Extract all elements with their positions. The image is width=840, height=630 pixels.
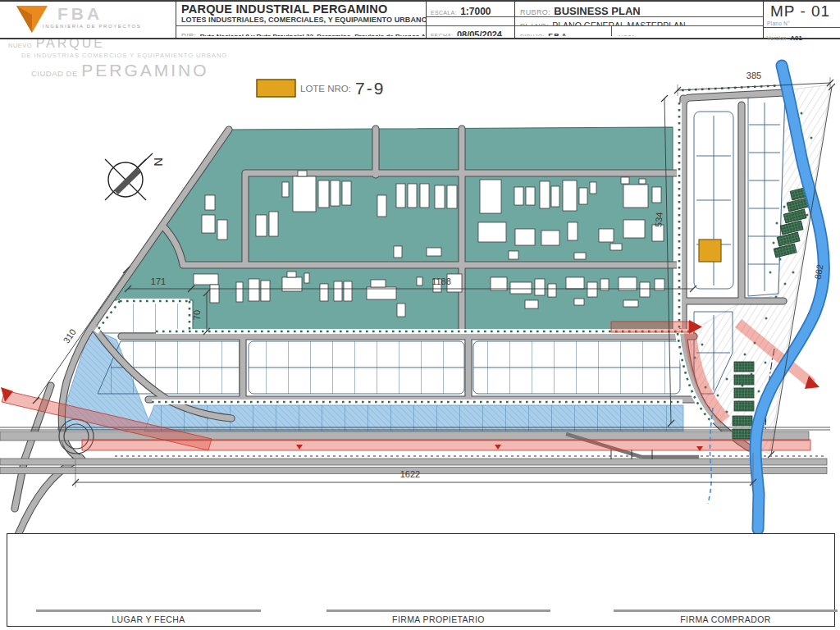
watermark-nuevo: NUEVO bbox=[8, 42, 32, 49]
dir-value: Ruta Nacional 8 y Ruta Provincial 32, Pe… bbox=[200, 33, 426, 36]
north-arrow-icon: N bbox=[105, 153, 166, 200]
industrial-area bbox=[109, 127, 673, 331]
signature-label: FIRMA PROPIETARIO bbox=[326, 614, 550, 624]
fecha-label: FECHA: bbox=[431, 33, 453, 36]
signature-place-date: LUGAR Y FECHA bbox=[36, 609, 261, 624]
project-cell: PARQUE INDUSTRIAL PERGAMINO LOTES INDUST… bbox=[176, 2, 427, 38]
dim-70: 70 bbox=[192, 310, 202, 320]
version-value: A01 bbox=[790, 34, 802, 42]
escala-value: 1:7000 bbox=[460, 6, 491, 17]
legend-swatch bbox=[256, 79, 297, 98]
drawing-sheet: { "sheet": { "logo_text": "FBA", "logo_t… bbox=[0, 0, 840, 630]
logo-text: FBA bbox=[57, 4, 103, 24]
sheet-no-label: Plano N° bbox=[764, 21, 840, 28]
dibujo-value: F.B.A. bbox=[548, 32, 568, 36]
logo-tagline: INGENIERIA DE PROYECTOS bbox=[43, 24, 141, 29]
signature-line bbox=[326, 609, 550, 612]
dibujo-label: DIBUJO: bbox=[520, 34, 545, 36]
signature-line bbox=[614, 609, 838, 612]
version-label: Version bbox=[767, 35, 787, 41]
signature-owner: FIRMA PROPIETARIO bbox=[326, 609, 550, 624]
watermark-ciudad: CIUDAD DE bbox=[31, 69, 78, 78]
rubro-value: BUSINESS PLAN bbox=[554, 5, 640, 17]
dim-385: 385 bbox=[746, 71, 761, 80]
nota-label: NOTA: bbox=[619, 34, 637, 36]
highlighted-lot-7-9 bbox=[699, 240, 721, 262]
watermark-pergamino: PERGAMINO bbox=[81, 61, 208, 80]
legend: LOTE NRO: 7-9 bbox=[256, 79, 385, 98]
dim-1188: 1188 bbox=[431, 276, 451, 286]
rubro-label: RUBRO: bbox=[520, 8, 550, 16]
project-title: PARQUE INDUSTRIAL PERGAMINO bbox=[176, 2, 426, 16]
signature-box: LUGAR Y FECHA FIRMA PROPIETARIO FIRMA CO… bbox=[7, 533, 835, 627]
project-subtitle: LOTES INDUSTRIALES, COMERCIALES, Y EQUIP… bbox=[176, 16, 426, 25]
legend-label: LOTE NRO: bbox=[300, 84, 351, 94]
fecha-value: 08/05/2024 bbox=[457, 30, 502, 36]
logo-cell: FBA INGENIERIA DE PROYECTOS bbox=[0, 2, 176, 38]
sheet-number-cell: MP - 01 Plano N° Version A01 bbox=[764, 2, 840, 38]
escala-label: ESCALA: bbox=[431, 10, 457, 16]
north-label: N bbox=[152, 158, 166, 167]
dir-label: DIR: bbox=[181, 32, 196, 36]
title-block: FBA INGENIERIA DE PROYECTOS PARQUE INDUS… bbox=[0, 0, 840, 39]
sheet-code: MP - 01 bbox=[764, 2, 840, 21]
dim-310: 310 bbox=[62, 327, 78, 345]
watermark-line2: DE INDUSTRIAS COMERCIOS Y EQUIPAMIENTO U… bbox=[21, 52, 227, 59]
signature-label: LUGAR Y FECHA bbox=[36, 614, 261, 624]
dim-171: 171 bbox=[151, 276, 166, 286]
signature-buyer: FIRMA COMPRADOR bbox=[614, 609, 838, 624]
watermark-text: NUEVO PARQUE DE INDUSTRIAS COMERCIOS Y E… bbox=[8, 37, 227, 79]
signature-label: FIRMA COMPRADOR bbox=[614, 614, 838, 624]
rubro-plano-cell: RUBRO: BUSINESS PLAN PLANO: PLANO GENERA… bbox=[515, 2, 764, 38]
signature-line bbox=[36, 609, 261, 612]
dim-1622: 1622 bbox=[400, 469, 420, 479]
plano-value: PLANO GENERAL MASTERPLAN bbox=[552, 21, 685, 26]
lot-color-swatch bbox=[257, 80, 295, 97]
scale-date-cell: ESCALA: 1:7000 CAD: PPR-001-MP-0429 FECH… bbox=[427, 2, 515, 38]
dim-534: 534 bbox=[653, 212, 664, 227]
legend-value: 7-9 bbox=[355, 79, 385, 98]
